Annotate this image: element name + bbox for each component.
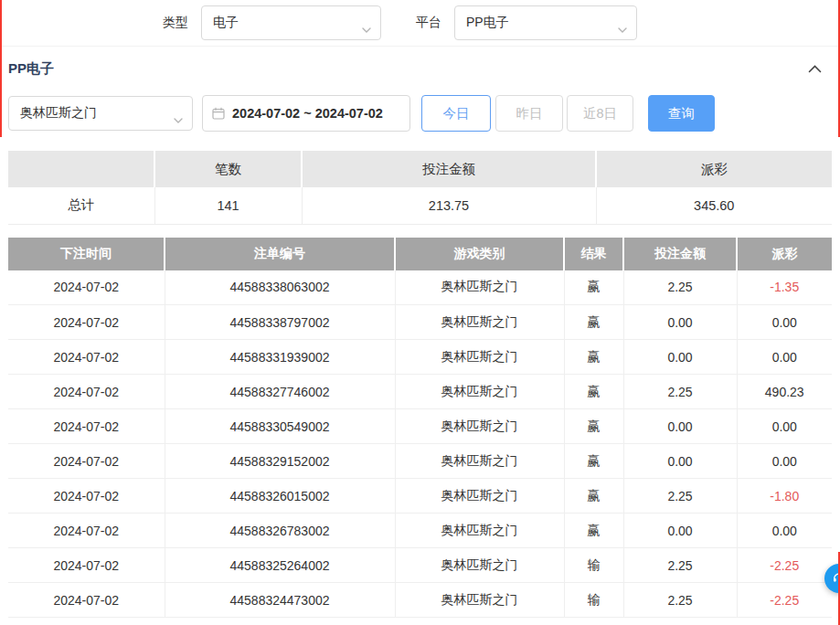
cell-time: 2024-07-02 (8, 409, 165, 444)
total-bet-amount: 213.75 (302, 187, 596, 224)
date-range-value: 2024-07-02 ~ 2024-07-02 (232, 106, 383, 121)
cell-game: 奥林匹斯之门 (395, 270, 564, 305)
cell-game: 奥林匹斯之门 (395, 409, 564, 444)
cell-result: 赢 (564, 514, 623, 548)
cell-payout: -1.80 (737, 479, 832, 514)
calendar-icon (212, 107, 225, 120)
game-select[interactable]: 奥林匹斯之门 (8, 96, 193, 131)
detail-table: 下注时间注单编号游戏类别结果投注金额派彩 2024-07-02445883380… (8, 238, 832, 619)
cell-time: 2024-07-02 (8, 305, 165, 340)
cell-bet: 0.00 (623, 444, 737, 479)
detail-header-row: 下注时间注单编号游戏类别结果投注金额派彩 (8, 238, 832, 270)
cell-bet: 2.25 (623, 270, 737, 305)
detail-header-cell: 派彩 (737, 238, 832, 270)
date-range-input[interactable]: 2024-07-02 ~ 2024-07-02 (202, 95, 410, 132)
type-label: 类型 (163, 15, 188, 31)
cell-game: 奥林匹斯之门 (395, 444, 564, 479)
cell-id: 44588331939002 (165, 340, 395, 375)
detail-header-cell: 下注时间 (8, 238, 165, 270)
cell-payout: -2.25 (737, 583, 832, 618)
cell-id: 44588330549002 (165, 409, 395, 444)
cell-bet: 0.00 (623, 514, 737, 548)
top-filter-bar: 类型 电子 平台 PP电子 (0, 0, 840, 47)
platform-select-value: PP电子 (466, 15, 509, 31)
cell-payout: 0.00 (737, 409, 832, 444)
cell-payout: 490.23 (737, 375, 832, 409)
cell-result: 赢 (564, 270, 623, 305)
detail-header-cell: 结果 (564, 238, 623, 270)
chevron-down-icon (362, 21, 371, 36)
cell-payout: 0.00 (737, 444, 832, 479)
cell-game: 奥林匹斯之门 (395, 514, 564, 548)
cell-id: 44588327746002 (165, 375, 395, 409)
type-select[interactable]: 电子 (201, 5, 381, 40)
cell-result: 赢 (564, 479, 623, 514)
left-edge-marker (0, 0, 2, 137)
summary-header-count: 笔数 (154, 151, 302, 187)
cell-game: 奥林匹斯之门 (395, 548, 564, 583)
cell-time: 2024-07-02 (8, 375, 165, 409)
total-count: 141 (154, 187, 302, 224)
cell-time: 2024-07-02 (8, 340, 165, 375)
summary-header-bet-amount: 投注金额 (302, 151, 596, 187)
chevron-down-icon (174, 111, 183, 126)
cell-id: 44588338797002 (165, 305, 395, 340)
cell-time: 2024-07-02 (8, 548, 165, 583)
cell-id: 44588329152002 (165, 444, 395, 479)
cell-game: 奥林匹斯之门 (395, 583, 564, 618)
cell-result: 赢 (564, 375, 623, 409)
cell-game: 奥林匹斯之门 (395, 340, 564, 375)
section-header: PP电子 (0, 47, 840, 91)
query-bar: 奥林匹斯之门 2024-07-02 ~ 2024-07-02 今日 昨日 近8日… (0, 95, 840, 132)
cell-payout: -1.35 (737, 270, 832, 305)
cell-time: 2024-07-02 (8, 270, 165, 305)
cell-bet: 0.00 (623, 340, 737, 375)
summary-total-row: 总计 141 213.75 345.60 (8, 187, 832, 224)
chevron-down-icon (618, 21, 627, 36)
cell-bet: 2.25 (623, 548, 737, 583)
cell-time: 2024-07-02 (8, 514, 165, 548)
last-8-days-button[interactable]: 近8日 (567, 95, 633, 132)
platform-select[interactable]: PP电子 (454, 5, 637, 40)
cell-bet: 0.00 (623, 409, 737, 444)
section-title: PP电子 (8, 60, 54, 78)
cell-id: 44588338063002 (165, 270, 395, 305)
cell-bet: 0.00 (623, 305, 737, 340)
detail-table-body: 2024-07-0244588338063002奥林匹斯之门赢2.25-1.35… (8, 270, 832, 618)
query-button[interactable]: 查询 (648, 95, 715, 132)
table-row: 2024-07-0244588329152002奥林匹斯之门赢0.000.00 (8, 444, 832, 479)
type-select-value: 电子 (213, 15, 239, 31)
today-button[interactable]: 今日 (421, 95, 491, 132)
platform-label: 平台 (416, 15, 441, 31)
summary-header-payout: 派彩 (596, 151, 832, 187)
cell-result: 输 (564, 548, 623, 583)
cell-id: 44588326783002 (165, 514, 395, 548)
cell-bet: 2.25 (623, 375, 737, 409)
cell-time: 2024-07-02 (8, 444, 165, 479)
summary-header-row: 笔数 投注金额 派彩 (8, 151, 832, 187)
table-row: 2024-07-0244588324473002奥林匹斯之门输2.25-2.25 (8, 583, 832, 618)
total-label: 总计 (8, 187, 154, 224)
cell-time: 2024-07-02 (8, 583, 165, 618)
table-row: 2024-07-0244588327746002奥林匹斯之门赢2.25490.2… (8, 375, 832, 409)
cell-payout: 0.00 (737, 305, 832, 340)
table-row: 2024-07-0244588325264002奥林匹斯之门输2.25-2.25 (8, 548, 832, 583)
table-row: 2024-07-0244588338797002奥林匹斯之门赢0.000.00 (8, 305, 832, 340)
cell-payout: 0.00 (737, 340, 832, 375)
cell-game: 奥林匹斯之门 (395, 305, 564, 340)
cell-result: 输 (564, 583, 623, 618)
detail-header-cell: 注单编号 (165, 238, 395, 270)
table-row: 2024-07-0244588330549002奥林匹斯之门赢0.000.00 (8, 409, 832, 444)
table-row: 2024-07-0244588326015002奥林匹斯之门赢2.25-1.80 (8, 479, 832, 514)
cell-bet: 2.25 (623, 479, 737, 514)
cell-bet: 2.25 (623, 583, 737, 618)
cell-result: 赢 (564, 444, 623, 479)
cell-game: 奥林匹斯之门 (395, 375, 564, 409)
game-select-value: 奥林匹斯之门 (20, 105, 97, 122)
chevron-up-icon[interactable] (808, 65, 822, 73)
detail-header-cell: 投注金额 (623, 238, 737, 270)
summary-header-empty (8, 151, 154, 187)
summary-table: 笔数 投注金额 派彩 总计 141 213.75 345.60 (8, 151, 832, 225)
yesterday-button[interactable]: 昨日 (495, 95, 563, 132)
cell-result: 赢 (564, 305, 623, 340)
